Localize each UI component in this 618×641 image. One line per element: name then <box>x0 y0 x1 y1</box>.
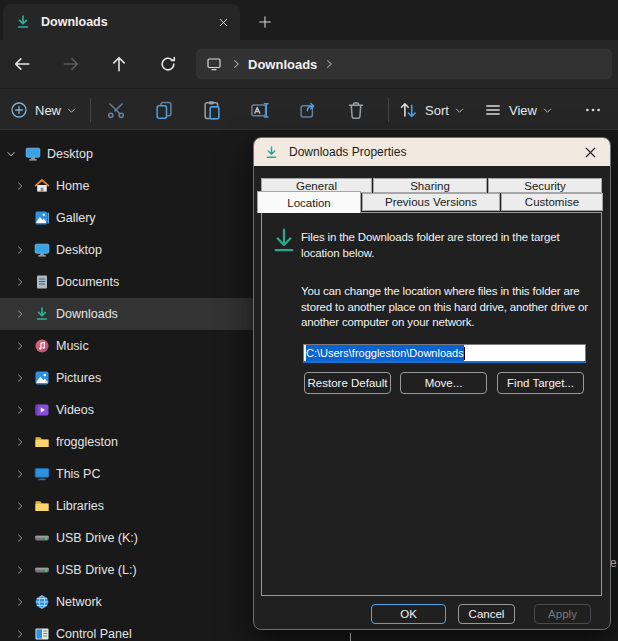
tree-chevron-icon[interactable] <box>12 242 28 258</box>
address-bar[interactable]: Downloads <box>196 49 612 79</box>
location-path-input[interactable]: C:\Users\froggleston\Downloads <box>303 344 586 363</box>
monitor-icon <box>25 146 41 162</box>
sidebar-item-this-pc[interactable]: This PC <box>0 458 253 490</box>
more-options-button[interactable] <box>584 99 602 121</box>
breadcrumb-chevron-icon[interactable] <box>323 58 335 70</box>
file-list-column-divider <box>350 633 351 641</box>
tree-chevron-icon[interactable] <box>12 306 28 322</box>
new-button-label: New <box>35 103 61 118</box>
sidebar-item-label: Desktop <box>47 147 93 161</box>
tab-previous-versions[interactable]: Previous Versions <box>362 193 500 211</box>
sidebar-item-libraries[interactable]: Libraries <box>0 490 253 522</box>
tree-chevron-icon[interactable] <box>12 338 28 354</box>
tab-location[interactable]: Location <box>257 191 361 213</box>
sidebar-item-label: This PC <box>56 467 100 481</box>
navigation-pane: DesktopHomeGalleryDesktopDocumentsDownlo… <box>0 130 253 641</box>
sort-button[interactable]: Sort <box>398 99 465 121</box>
sidebar-item-label: Downloads <box>56 307 118 321</box>
monitor-icon <box>34 242 50 258</box>
sidebar-item-pictures[interactable]: Pictures <box>0 362 253 394</box>
tree-chevron-icon[interactable] <box>12 402 28 418</box>
this-pc-icon <box>206 56 222 72</box>
tab-sharing[interactable]: Sharing <box>373 178 487 193</box>
sidebar-item-home[interactable]: Home <box>0 170 253 202</box>
tab-security[interactable]: Security <box>488 178 602 193</box>
chevron-placeholder <box>12 210 28 226</box>
dialog-title: Downloads Properties <box>289 145 580 159</box>
sidebar-item-label: Control Panel <box>56 627 132 641</box>
text-caret <box>464 347 465 360</box>
delete-button[interactable] <box>346 99 366 121</box>
cancel-button[interactable]: Cancel <box>458 604 515 624</box>
tab-bar: Downloads <box>0 0 618 40</box>
new-tab-button[interactable] <box>255 12 275 32</box>
tree-chevron-icon[interactable] <box>3 146 19 162</box>
breadcrumb-downloads[interactable]: Downloads <box>248 57 317 72</box>
view-button[interactable]: View <box>484 99 553 121</box>
folder-icon <box>34 434 50 450</box>
tree-chevron-icon[interactable] <box>12 178 28 194</box>
apply-button[interactable]: Apply <box>534 604 591 624</box>
sidebar-item-label: Home <box>56 179 89 193</box>
tree-chevron-icon[interactable] <box>12 274 28 290</box>
tree-chevron-icon[interactable] <box>12 562 28 578</box>
tree-chevron-icon[interactable] <box>12 594 28 610</box>
folder-icon <box>34 498 50 514</box>
find-target-button[interactable]: Find Target... <box>497 372 584 394</box>
restore-default-button[interactable]: Restore Default <box>304 372 391 394</box>
tree-chevron-icon[interactable] <box>12 370 28 386</box>
network-icon <box>34 594 50 610</box>
sidebar-item-froggleston[interactable]: froggleston <box>0 426 253 458</box>
sidebar-item-documents[interactable]: Documents <box>0 266 253 298</box>
back-button[interactable] <box>12 54 32 74</box>
sidebar-item-control-panel[interactable]: Control Panel <box>0 618 253 641</box>
tree-chevron-icon[interactable] <box>12 434 28 450</box>
tree-chevron-icon[interactable] <box>12 466 28 482</box>
sidebar-item-label: Desktop <box>56 243 102 257</box>
description-text: You can change the location where files … <box>301 284 597 331</box>
sidebar-item-usb-drive-k-[interactable]: USB Drive (K:) <box>0 522 253 554</box>
dialog-title-bar: Downloads Properties <box>254 138 610 166</box>
tab-close-button[interactable] <box>214 13 232 31</box>
forward-button[interactable] <box>61 54 81 74</box>
tree-chevron-icon[interactable] <box>12 626 28 641</box>
sidebar-item-music[interactable]: Music <box>0 330 253 362</box>
sidebar-item-downloads[interactable]: Downloads <box>0 298 253 330</box>
ok-button[interactable]: OK <box>371 604 446 624</box>
up-button[interactable] <box>109 54 129 74</box>
dialog-close-button[interactable] <box>580 142 600 162</box>
sidebar-item-label: Videos <box>56 403 94 417</box>
tree-chevron-icon[interactable] <box>12 530 28 546</box>
sidebar-item-desktop[interactable]: Desktop <box>0 138 253 170</box>
home-icon <box>34 178 50 194</box>
picture-icon <box>34 370 50 386</box>
tab-customise[interactable]: Customise <box>501 193 603 211</box>
downloads-properties-dialog: Downloads Properties GeneralSharingSecur… <box>253 137 611 630</box>
sidebar-item-label: Gallery <box>56 211 96 225</box>
move-button[interactable]: Move... <box>400 372 487 394</box>
sidebar-item-videos[interactable]: Videos <box>0 394 253 426</box>
sidebar-item-label: USB Drive (K:) <box>56 531 138 545</box>
navigation-bar: Downloads <box>0 40 618 88</box>
refresh-button[interactable] <box>158 54 178 74</box>
sidebar-item-desktop[interactable]: Desktop <box>0 234 253 266</box>
tab-downloads[interactable]: Downloads <box>3 4 240 40</box>
tree-chevron-icon[interactable] <box>12 498 28 514</box>
usb-icon <box>34 530 50 546</box>
sidebar-item-gallery[interactable]: Gallery <box>0 202 253 234</box>
usb-icon <box>34 562 50 578</box>
paste-button[interactable] <box>202 99 222 121</box>
sidebar-item-usb-drive-l-[interactable]: USB Drive (L:) <box>0 554 253 586</box>
rename-button[interactable] <box>250 99 270 121</box>
copy-button[interactable] <box>154 99 174 121</box>
cut-button[interactable] <box>106 99 126 121</box>
toolbar-separator <box>90 98 91 122</box>
sort-button-label: Sort <box>425 103 449 118</box>
breadcrumb-chevron-icon <box>230 58 242 70</box>
music-icon <box>34 338 50 354</box>
background-file-text: e <box>610 556 617 570</box>
document-icon <box>34 274 50 290</box>
new-button[interactable]: New <box>10 99 77 121</box>
sidebar-item-network[interactable]: Network <box>0 586 253 618</box>
share-button[interactable] <box>298 99 318 121</box>
